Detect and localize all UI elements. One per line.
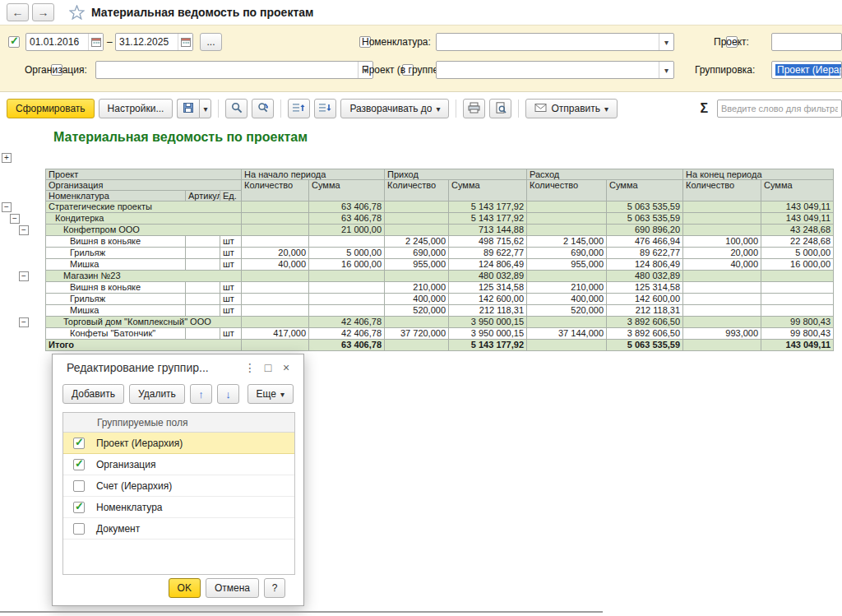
collapse-groups-button[interactable] [288, 99, 310, 118]
report-cell[interactable]: 400,000 [385, 294, 449, 305]
report-row[interactable]: Мишкашт520,000212 118,31520,000212 118,3… [46, 305, 834, 317]
row-expander[interactable]: − [19, 317, 29, 327]
report-cell[interactable] [683, 201, 761, 213]
report-cell[interactable]: шт [220, 328, 242, 340]
report-cell[interactable]: 3 950 000,15 [449, 328, 527, 340]
report-cell[interactable]: 5 143 177,92 [449, 340, 527, 351]
report-cell[interactable] [186, 248, 220, 259]
grouping-field-checkbox[interactable] [73, 480, 85, 492]
report-cell[interactable]: 480 032,89 [607, 271, 683, 282]
save-button[interactable] [177, 99, 199, 118]
report-cell[interactable]: 63 406,78 [309, 201, 385, 213]
report-cell[interactable]: 520,000 [385, 305, 449, 317]
report-cell[interactable]: 5 143 177,92 [449, 201, 527, 213]
report-cell[interactable] [242, 340, 309, 351]
dialog-more-icon[interactable]: ⋮ [241, 361, 259, 374]
grouping-field-checkbox[interactable] [73, 502, 85, 513]
report-row[interactable]: Грильяжшт20,0005 000,00690,00089 622,776… [46, 248, 834, 259]
report-cell[interactable]: 21 000,00 [309, 225, 385, 236]
report-cell[interactable]: 5 063 535,59 [607, 340, 683, 351]
report-cell[interactable]: 143 049,11 [761, 201, 834, 213]
expand-to-button[interactable]: Разворачивать до [340, 99, 449, 118]
report-cell[interactable]: шт [220, 282, 242, 294]
report-cell[interactable]: 955,000 [385, 259, 449, 271]
report-cell[interactable] [242, 225, 309, 236]
add-button[interactable]: Добавить [62, 384, 124, 404]
report-cell[interactable]: 5 000,00 [309, 248, 385, 259]
report-cell[interactable]: 42 406,78 [309, 317, 385, 328]
report-cell[interactable] [309, 236, 385, 248]
report-cell[interactable]: 5 143 177,92 [449, 213, 527, 225]
grouping-field-checkbox[interactable] [73, 438, 85, 449]
report-row[interactable]: Конфеты "Батончик"шт417,00042 406,7837 7… [46, 328, 834, 340]
grouping-field-row[interactable]: Номенклатура [63, 497, 294, 518]
report-cell[interactable]: 37 144,000 [527, 328, 607, 340]
report-cell[interactable]: 42 406,78 [309, 328, 385, 340]
report-cell[interactable]: 210,000 [527, 282, 607, 294]
report-cell[interactable]: 40,000 [242, 259, 309, 271]
report-cell[interactable] [761, 294, 834, 305]
row-expander[interactable]: − [10, 214, 20, 224]
dialog-close-icon[interactable]: × [277, 361, 295, 374]
col-unit[interactable]: Ед. [220, 191, 242, 201]
report-cell[interactable] [309, 271, 385, 282]
report-cell[interactable]: Конфетпром ООО [46, 225, 242, 236]
favorite-star-icon[interactable] [69, 5, 85, 20]
report-cell[interactable]: 142 600,00 [607, 294, 683, 305]
report-cell[interactable] [683, 305, 761, 317]
report-cell[interactable] [309, 305, 385, 317]
report-cell[interactable] [527, 271, 607, 282]
forward-button[interactable]: → [32, 3, 54, 21]
report-row[interactable]: Стратегические проекты63 406,785 143 177… [46, 201, 834, 213]
report-cell[interactable]: Стратегические проекты [46, 201, 242, 213]
col-nomenclature[interactable]: Номенклатура [46, 191, 186, 201]
report-cell[interactable] [385, 201, 449, 213]
report-cell[interactable] [309, 294, 385, 305]
settings-button[interactable]: Настройки... [99, 99, 173, 118]
report-cell[interactable]: 5 063 535,59 [607, 213, 683, 225]
help-button[interactable]: ? [264, 578, 285, 598]
save-variants-button[interactable] [199, 99, 211, 118]
report-cell[interactable] [186, 328, 220, 340]
report-cell[interactable] [385, 271, 449, 282]
report-cell[interactable] [683, 282, 761, 294]
report-cell[interactable] [186, 259, 220, 271]
report-row[interactable]: Кондитерка63 406,785 143 177,925 063 535… [46, 213, 834, 225]
report-cell[interactable]: 520,000 [527, 305, 607, 317]
report-cell[interactable] [683, 340, 761, 351]
report-cell[interactable]: 143 049,11 [761, 340, 834, 351]
expand-groups-button[interactable] [314, 99, 336, 118]
report-cell[interactable]: 690 896,20 [607, 225, 683, 236]
report-cell[interactable]: 2 145,000 [527, 236, 607, 248]
project-group-combo[interactable] [436, 61, 674, 79]
report-cell[interactable]: 20,000 [683, 248, 761, 259]
col-qty[interactable]: Количество [683, 180, 761, 201]
cancel-button[interactable]: Отмена [206, 578, 259, 598]
report-cell[interactable]: 125 314,58 [607, 282, 683, 294]
report-cell[interactable]: 99 800,43 [761, 317, 834, 328]
date-from-input[interactable]: 01.01.2016 [25, 33, 104, 51]
col-sum[interactable]: Сумма [761, 180, 834, 201]
col-organization[interactable]: Организация [46, 180, 242, 191]
report-cell[interactable] [242, 236, 309, 248]
col-end-period[interactable]: На конец периода [683, 169, 834, 180]
col-income[interactable]: Приход [385, 169, 527, 180]
col-sum[interactable]: Сумма [309, 180, 385, 201]
report-cell[interactable]: шт [220, 294, 242, 305]
move-down-button[interactable]: ↓ [217, 384, 239, 404]
report-cell[interactable]: 955,000 [527, 259, 607, 271]
col-qty[interactable]: Количество [385, 180, 449, 201]
col-sum[interactable]: Сумма [607, 180, 683, 201]
grouping-field-row[interactable]: Документ [63, 518, 294, 540]
report-cell[interactable]: 63 406,78 [309, 213, 385, 225]
report-cell[interactable] [385, 213, 449, 225]
report-cell[interactable] [527, 317, 607, 328]
report-cell[interactable] [527, 225, 607, 236]
grouping-field[interactable]: Проект (Иерарх [771, 61, 842, 79]
report-cell[interactable] [242, 294, 309, 305]
nomenclature-combo[interactable] [436, 33, 674, 51]
cancel-search-button[interactable] [252, 99, 274, 118]
report-cell[interactable]: 124 806,49 [607, 259, 683, 271]
report-cell[interactable]: 3 892 606,50 [607, 317, 683, 328]
report-cell[interactable]: 210,000 [385, 282, 449, 294]
